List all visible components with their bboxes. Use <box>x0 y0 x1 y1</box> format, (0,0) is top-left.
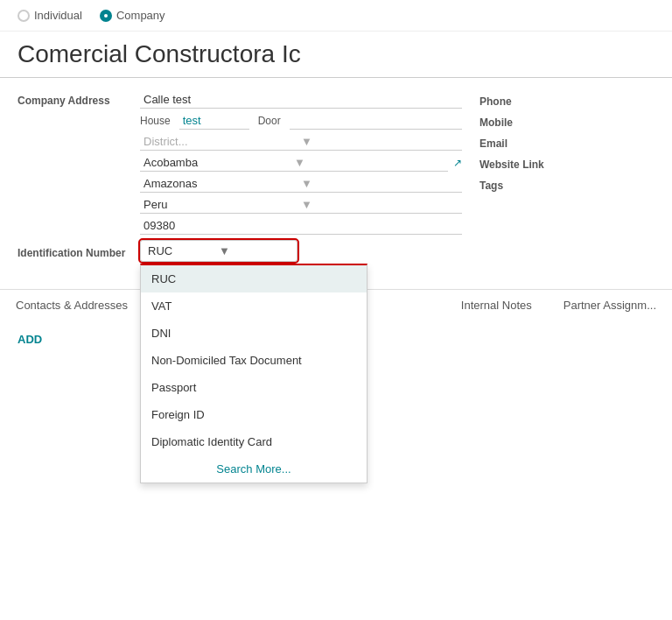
identification-dropdown-wrapper: RUC ▼ RUC VAT DNI Non-Domiciled Tax Docu… <box>140 240 298 262</box>
option-passport[interactable]: Passport <box>141 374 367 401</box>
right-labels: Phone Mobile Email Website Link Tags <box>480 91 654 192</box>
district-placeholder: District... <box>144 135 301 148</box>
individual-radio[interactable] <box>18 10 30 22</box>
address-row: Company Address House Door District... ▼ <box>18 91 462 235</box>
form-area: Company Address House Door District... ▼ <box>0 78 672 280</box>
district-select[interactable]: District... ▼ <box>140 133 462 151</box>
tab-contacts[interactable]: Contacts & Addresses <box>0 290 144 322</box>
identification-dropdown-menu: RUC VAT DNI Non-Domiciled Tax Document P… <box>140 264 368 483</box>
house-label: House <box>140 115 171 127</box>
city-value: Acobamba <box>144 156 294 169</box>
company-option[interactable]: Company <box>100 9 165 22</box>
identification-label: Identification Number <box>18 243 140 259</box>
individual-label: Individual <box>34 9 82 22</box>
state-value: Amazonas <box>144 177 301 190</box>
email-label: Email <box>480 137 654 150</box>
country-value: Peru <box>144 198 301 211</box>
country-arrow-icon: ▼ <box>301 198 458 211</box>
external-link-icon[interactable]: ↗ <box>453 157 462 169</box>
search-more-link[interactable]: Search More... <box>141 455 367 483</box>
street-input[interactable] <box>140 91 462 109</box>
city-state-row: Acobamba ▼ ↗ <box>140 154 462 172</box>
district-arrow-icon: ▼ <box>301 135 458 148</box>
door-label: Door <box>258 115 281 127</box>
option-ruc[interactable]: RUC <box>141 265 367 292</box>
door-input[interactable] <box>290 112 462 130</box>
company-radio[interactable] <box>100 10 112 22</box>
state-select[interactable]: Amazonas ▼ <box>140 175 462 193</box>
address-fields: House Door District... ▼ Acobamba ▼ <box>140 91 462 235</box>
identification-select[interactable]: RUC ▼ <box>140 240 298 262</box>
tab-partner-assign[interactable]: Partner Assignm... <box>548 290 672 322</box>
identification-arrow-icon: ▼ <box>219 244 290 257</box>
option-foreign-id[interactable]: Foreign ID <box>141 401 367 428</box>
right-column: Phone Mobile Email Website Link Tags <box>480 91 654 267</box>
tab-internal-notes[interactable]: Internal Notes <box>445 290 548 322</box>
company-label: Company <box>116 9 165 22</box>
city-select[interactable]: Acobamba ▼ <box>140 154 448 172</box>
entity-type-selector: Individual Company <box>0 0 672 32</box>
option-vat[interactable]: VAT <box>141 292 367 320</box>
individual-option[interactable]: Individual <box>18 9 82 22</box>
identification-row: Identification Number RUC ▼ RUC VAT DNI … <box>18 240 462 262</box>
zip-input[interactable] <box>140 217 462 235</box>
house-door-row: House Door <box>140 112 462 130</box>
option-non-domiciled[interactable]: Non-Domiciled Tax Document <box>141 347 367 374</box>
city-arrow-icon: ▼ <box>294 156 444 169</box>
country-select[interactable]: Peru ▼ <box>140 196 462 214</box>
mobile-label: Mobile <box>480 116 654 129</box>
phone-label: Phone <box>480 95 654 108</box>
option-dni[interactable]: DNI <box>141 320 367 347</box>
address-label: Company Address <box>18 91 140 107</box>
website-label: Website Link <box>480 159 654 171</box>
tags-label: Tags <box>480 180 654 192</box>
left-column: Company Address House Door District... ▼ <box>18 91 462 267</box>
house-input[interactable] <box>179 112 249 130</box>
option-diplomatic[interactable]: Diplomatic Identity Card <box>141 428 367 455</box>
identification-value: RUC <box>148 244 219 257</box>
company-title: Comercial Constructora Ic <box>0 32 672 78</box>
state-arrow-icon: ▼ <box>301 177 458 190</box>
